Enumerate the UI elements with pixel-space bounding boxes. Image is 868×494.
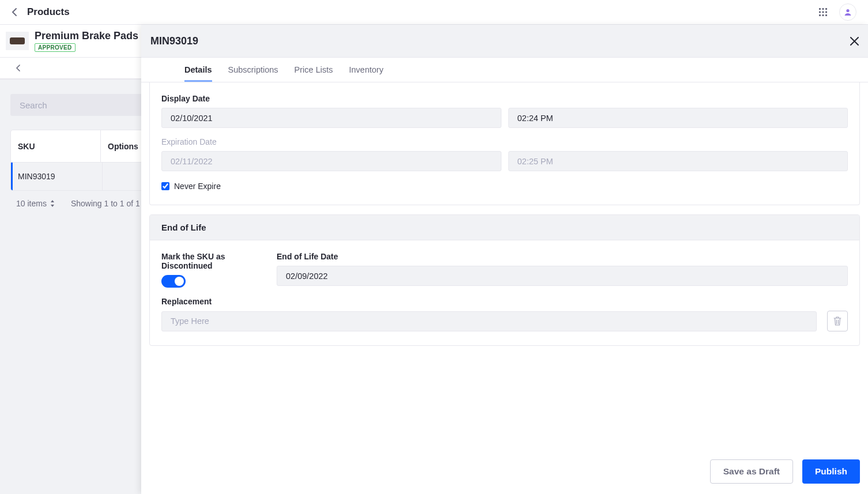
global-header: Products xyxy=(0,0,868,25)
replacement-label: Replacement xyxy=(161,297,848,306)
grid-icon xyxy=(818,7,828,17)
tab-inventory[interactable]: Inventory xyxy=(349,58,384,82)
sort-icon xyxy=(50,200,55,207)
svg-rect-6 xyxy=(819,14,821,16)
panel-tabs: Details Subscriptions Price Lists Invent… xyxy=(141,58,868,82)
pagination-status: Showing 1 to 1 of 1 xyxy=(71,199,140,208)
items-per-page[interactable]: 10 items xyxy=(16,199,55,208)
product-thumbnail xyxy=(6,32,29,50)
svg-point-9 xyxy=(846,9,849,12)
back-button[interactable] xyxy=(12,8,17,16)
apps-menu-button[interactable] xyxy=(817,6,829,18)
never-expire-label: Never Expire xyxy=(174,182,221,191)
sku-detail-panel: MIN93019 Details Subscriptions Price Lis… xyxy=(141,25,868,494)
column-sku[interactable]: SKU xyxy=(11,142,100,151)
cell-sku: MIN93019 xyxy=(13,172,102,181)
svg-rect-1 xyxy=(822,8,824,10)
expiration-date-label: Expiration Date xyxy=(161,137,848,146)
user-icon xyxy=(844,8,852,16)
display-date-label: Display Date xyxy=(161,94,848,103)
never-expire-row[interactable]: Never Expire xyxy=(161,182,848,191)
expiration-time-field[interactable]: 02:25 PM xyxy=(508,151,848,171)
close-icon xyxy=(850,37,859,46)
status-badge: APPROVED xyxy=(35,43,76,52)
svg-rect-4 xyxy=(822,12,824,13)
eol-date-field[interactable]: 02/09/2022 xyxy=(277,266,848,286)
save-as-draft-button[interactable]: Save as Draft xyxy=(710,459,793,484)
panel-body: Display Date 02/10/2021 02:24 PM Expirat… xyxy=(141,82,868,494)
panel-title: MIN93019 xyxy=(150,35,198,47)
schedule-card: Display Date 02/10/2021 02:24 PM Expirat… xyxy=(149,82,860,205)
expiration-date-field[interactable]: 02/11/2022 xyxy=(161,151,501,171)
svg-rect-3 xyxy=(819,12,821,13)
discontinued-label: Mark the SKU as Discontinued xyxy=(161,252,265,270)
tab-details[interactable]: Details xyxy=(184,58,212,82)
end-of-life-heading: End of Life xyxy=(150,215,859,240)
chevron-left-icon xyxy=(16,65,20,71)
svg-rect-5 xyxy=(825,12,827,13)
display-date-field[interactable]: 02/10/2021 xyxy=(161,108,501,128)
user-menu-button[interactable] xyxy=(839,3,856,21)
svg-rect-7 xyxy=(822,14,824,16)
replacement-field[interactable]: Type Here xyxy=(161,311,817,331)
product-name: Premium Brake Pads xyxy=(35,30,138,42)
close-button[interactable] xyxy=(850,37,859,46)
tab-subscriptions[interactable]: Subscriptions xyxy=(228,58,278,82)
publish-button[interactable]: Publish xyxy=(802,459,860,484)
eol-date-label: End of Life Date xyxy=(277,252,848,261)
chevron-left-icon xyxy=(12,8,17,16)
panel-header: MIN93019 xyxy=(141,25,868,58)
trash-icon xyxy=(833,316,841,326)
display-time-field[interactable]: 02:24 PM xyxy=(508,108,848,128)
tab-price-lists[interactable]: Price Lists xyxy=(295,58,333,82)
collapse-button[interactable] xyxy=(16,65,20,71)
end-of-life-card: End of Life Mark the SKU as Discontinued… xyxy=(149,214,860,346)
panel-footer-actions: Save as Draft Publish xyxy=(710,459,860,484)
replacement-delete-button[interactable] xyxy=(827,311,848,331)
svg-rect-8 xyxy=(825,14,827,16)
never-expire-checkbox[interactable] xyxy=(161,182,169,190)
breadcrumb[interactable]: Products xyxy=(27,6,70,18)
discontinued-toggle[interactable] xyxy=(161,275,186,288)
svg-rect-0 xyxy=(819,8,821,10)
svg-rect-2 xyxy=(825,8,827,10)
